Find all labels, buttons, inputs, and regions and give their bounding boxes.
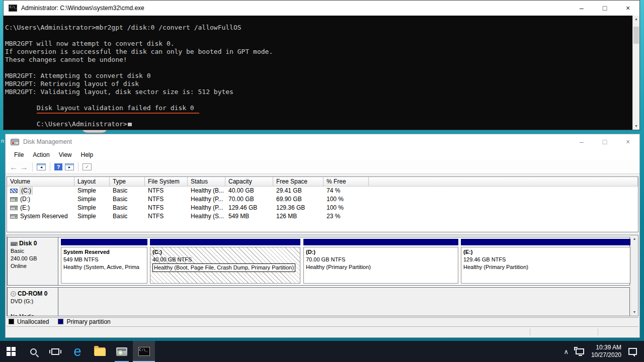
table-row[interactable]: (C:) Simple Basic NTFS Healthy (B... 40.… <box>7 187 638 195</box>
folder-icon <box>94 347 105 355</box>
cd-icon <box>11 291 16 297</box>
tray-chevron-up-icon[interactable]: ∧ <box>564 348 569 355</box>
partition-size: 70.00 GB NTFS <box>306 256 456 263</box>
column-header-capacity[interactable]: Capacity <box>225 177 273 187</box>
maximize-button[interactable]: □ <box>593 1 616 16</box>
graph-scrollbar[interactable]: ▲ ▼ <box>630 235 638 316</box>
partition-name: System Reserved <box>63 248 145 256</box>
menu-file[interactable]: File <box>10 149 28 160</box>
column-header-freespace[interactable]: Free Space <box>273 177 324 187</box>
partition-d[interactable]: (D:) 70.00 GB NTFS Healthy (Primary Part… <box>303 239 458 284</box>
console-line: MBR2GPT: Validating layout, disk sector … <box>5 88 631 96</box>
menu-action[interactable]: Action <box>28 149 54 160</box>
column-header-pctfree[interactable]: % Free <box>324 177 369 187</box>
internet-explorer-button[interactable]: e <box>66 341 89 362</box>
cell-filler <box>369 212 638 221</box>
cell-pct: 23 % <box>324 212 369 221</box>
search-button[interactable] <box>22 341 44 362</box>
text-cursor <box>128 123 132 126</box>
task-view-button[interactable] <box>44 341 66 362</box>
cell-capacity: 40.00 GB <box>225 187 273 195</box>
console-error-line: Disk layout validation failed for disk 0 <box>5 96 631 104</box>
partition-system-reserved[interactable]: System Reserved 549 MB NTFS Healthy (Sys… <box>61 239 147 284</box>
scroll-up-icon[interactable]: ▲ <box>631 235 638 242</box>
clock-time: 10:39 AM <box>591 344 621 351</box>
scroll-up-icon[interactable]: ▲ <box>633 16 639 23</box>
table-row[interactable]: (E:) Simple Basic NTFS Healthy (P... 129… <box>7 204 638 212</box>
cell-filler <box>369 204 638 212</box>
windows-logo-icon <box>7 347 16 356</box>
table-row[interactable]: System Reserved Simple Basic NTFS Health… <box>7 212 638 221</box>
back-icon[interactable]: ← <box>10 160 18 174</box>
file-explorer-button[interactable] <box>89 341 111 362</box>
partition-name: (C:) <box>152 248 298 256</box>
cell-layout: Simple <box>74 195 110 204</box>
cell-layout: Simple <box>74 212 110 221</box>
network-icon[interactable] <box>576 348 584 354</box>
console-line: These changes cannot be undone! <box>5 56 631 64</box>
cell-fs: NTFS <box>145 195 188 204</box>
hdd-icon <box>11 242 18 246</box>
table-row[interactable]: (D:) Simple Basic NTFS Healthy (P... 70.… <box>7 195 638 204</box>
menu-view[interactable]: View <box>54 149 76 160</box>
cmd-scrollbar[interactable]: ▲ ▼ <box>632 16 639 130</box>
help-icon[interactable]: ? <box>54 163 62 170</box>
error-underlined-text: Disk layout validation failed for disk 0 <box>37 104 199 114</box>
show-console-tree-icon[interactable]: ◂ <box>37 163 46 170</box>
disk-management-taskbar-button[interactable] <box>111 341 133 362</box>
disk0-label-panel[interactable]: Disk 0 Basic 240.00 GB Online <box>8 237 58 285</box>
action-center-icon[interactable] <box>628 348 637 355</box>
column-header-status[interactable]: Status <box>188 177 225 187</box>
cell-pct: 100 % <box>324 204 369 212</box>
partition-status: Healthy (Boot, Page File, Crash Dump, Pr… <box>152 263 295 272</box>
cell-status: Healthy (P... <box>188 204 225 212</box>
console-output[interactable]: C:\Users\Administrator>mbr2gpt /disk:0 /… <box>4 16 639 130</box>
volume-icon <box>10 214 18 219</box>
cell-pct: 74 % <box>324 187 369 195</box>
primary-partition-bar <box>461 239 630 245</box>
disk0-row: Disk 0 Basic 240.00 GB Online System Res… <box>7 237 630 286</box>
partition-c[interactable]: (C:) 40.00 GB NTFS Healthy (Boot, Page F… <box>150 239 300 284</box>
minimize-button[interactable]: – <box>570 134 593 149</box>
scroll-down-icon[interactable]: ▼ <box>631 309 638 316</box>
cell-filler <box>369 187 638 195</box>
scroll-down-icon[interactable]: ▼ <box>633 123 639 130</box>
console-line <box>5 64 631 72</box>
cell-capacity: 129.46 GB <box>225 204 273 212</box>
column-header-layout[interactable]: Layout <box>74 177 110 187</box>
cdrom-label-panel[interactable]: CD-ROM 0 DVD (G:) No Media <box>8 288 58 316</box>
cmd-titlebar[interactable]: C:\_ Administrator: C:\Windows\system32\… <box>4 1 639 16</box>
forward-icon[interactable]: → <box>20 160 28 174</box>
cmd-window-title: Administrator: C:\Windows\system32\cmd.e… <box>21 5 144 12</box>
start-button[interactable] <box>0 341 22 362</box>
partition-e[interactable]: (E:) 129.46 GB NTFS Healthy (Primary Par… <box>461 239 630 284</box>
clock[interactable]: 10:39 AM 10/27/2020 <box>591 344 621 359</box>
cell-type: Basic <box>110 204 145 212</box>
show-action-pane-icon[interactable]: ▸ <box>65 163 74 170</box>
scrollbar-thumb[interactable] <box>633 27 639 44</box>
column-header-type[interactable]: Type <box>110 177 145 187</box>
cmd-window: C:\_ Administrator: C:\Windows\system32\… <box>3 0 640 130</box>
volume-list: Volume Layout Type File System Status Ca… <box>7 176 638 232</box>
minimize-button[interactable]: – <box>570 1 593 16</box>
menu-help[interactable]: Help <box>76 149 98 160</box>
close-button[interactable]: × <box>616 1 639 16</box>
partition-size: 549 MB NTFS <box>63 256 145 263</box>
partition-status: Healthy (Primary Partition) <box>306 263 456 271</box>
cmd-taskbar-button[interactable]: C:\_ <box>133 341 155 362</box>
volume-list-header: Volume Layout Type File System Status Ca… <box>7 177 638 187</box>
dm-titlebar[interactable]: Disk Management – □ × <box>6 134 639 149</box>
console-line: MBR2GPT will now attempt to convert disk… <box>5 40 631 48</box>
cell-filler <box>369 195 638 204</box>
partition-name: (D:) <box>306 248 456 256</box>
maximize-button[interactable]: □ <box>593 134 616 149</box>
volume-name: System Reserved <box>20 212 68 221</box>
cdrom-status: No Media <box>11 313 34 316</box>
column-header-volume[interactable]: Volume <box>7 177 74 187</box>
options-icon[interactable]: ✓ <box>83 163 92 170</box>
close-button[interactable]: × <box>616 134 639 149</box>
cmd-icon: C:\_ <box>9 5 17 12</box>
column-header-filesystem[interactable]: File System <box>145 177 188 187</box>
cell-layout: Simple <box>74 187 110 195</box>
cell-fs: NTFS <box>145 212 188 221</box>
